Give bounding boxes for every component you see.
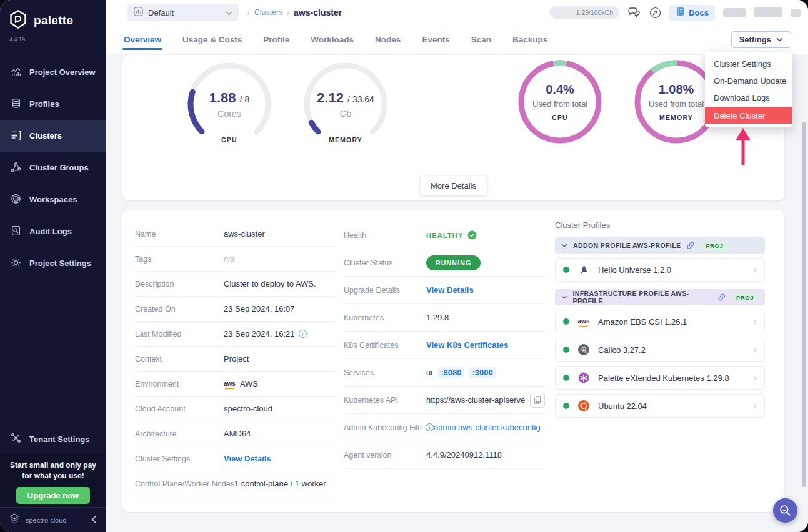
brand-name: spectro cloud [26,516,86,524]
service-port-link[interactable]: :3000 [469,367,495,378]
sidebar-item-cluster-groups[interactable]: Cluster Groups [0,152,106,184]
collapse-sidebar-icon[interactable] [91,515,98,525]
running-badge: RUNNING [426,255,481,270]
app-name: palette [34,14,73,27]
pack-name: Palette eXtended Kubernetes 1.29.8 [598,373,746,383]
detail-row-description: Description Cluster to deploy to AWS. [135,272,336,297]
ubuntu-icon [577,400,591,412]
settings-button[interactable]: Settings [731,31,791,48]
menu-item-download-logs[interactable]: Download Logs [705,89,792,106]
row-label: Architecture [135,430,224,438]
row-label: Services [344,368,426,377]
kubeconfig-download-link[interactable]: admin.aws-cluster.kubeconfig [434,423,541,432]
chevron-down-icon [226,7,232,18]
status-dot [563,318,569,325]
row-label: Kubernetes [344,313,426,322]
sidebar-item-profiles[interactable]: Profiles [0,88,106,120]
tab-scan[interactable]: Scan [470,26,492,53]
upgrade-now-button[interactable]: Upgrade now [16,487,90,504]
sidebar-item-audit-logs[interactable]: Audit Logs [0,215,106,247]
search-widget-button[interactable] [773,498,797,523]
row-label: Tags [135,255,224,264]
tab-nodes[interactable]: Nodes [374,26,402,53]
sidebar-item-project-overview[interactable]: Project Overview [0,56,106,88]
sidebar-item-label: Tenant Settings [29,435,90,444]
profile-pack-palette-extended-kubernetes[interactable]: Palette eXtended Kubernetes 1.29.8 [555,366,765,390]
pack-name: Amazon EBS CSI 1.26.1 [598,317,746,327]
proj-badge: PROJ [701,240,728,250]
more-details-button[interactable]: More Details [420,176,487,195]
docs-button[interactable]: Docs [669,5,715,21]
cluster-profiles-title: Cluster Profiles [555,220,765,230]
chevron-right-icon [754,373,757,383]
cpu-gauge: 1.88 / 8 Cores CPU [182,57,276,151]
tab-backups[interactable]: Backups [511,26,549,53]
detail-row-nodes: Control Plane/Worker Nodes 1 control-pla… [135,471,336,496]
sidebar-item-project-settings[interactable]: Project Settings [0,247,106,279]
info-icon[interactable] [299,330,307,338]
main-area: Default / Clusters / aws-cluster 1.29/10… [106,0,808,532]
status-dot [563,403,569,409]
detail-row-name: Name aws-cluster [135,222,336,247]
upgrade-view-details-link[interactable]: View Details [426,285,474,295]
redacted-account-info [754,7,782,17]
cpu-unit: Cores [182,109,276,119]
cluster-settings-view-details-link[interactable]: View Details [224,454,271,463]
row-label: K8s Certificates [344,341,426,350]
tenant-settings-icon [11,433,21,445]
row-label: Cluster Settings [135,455,224,463]
status-row-kubernetes-api: Kubernetes API https://aws-cluster-apise… [344,387,545,414]
memory-gauge: 2.12 / 33.64 Gb MEMORY [299,57,392,151]
row-label: Cluster Status [344,259,426,267]
menu-item-delete-cluster[interactable]: Delete Cluster [705,107,792,124]
tab-workloads[interactable]: Workloads [309,26,355,53]
sidebar-item-label: Profiles [29,99,59,109]
project-overview-icon [11,66,21,79]
status-row-k8s-certificates: K8s Certificates View K8s Certificates [344,332,545,359]
menu-item-on-demand-update[interactable]: On-Demand Update [705,72,792,89]
tab-overview[interactable]: Overview [122,26,162,53]
calico-icon [577,343,591,356]
info-icon[interactable] [426,423,434,431]
profile-pack-amazon-ebs-csi[interactable]: aws Amazon EBS CSI 1.26.1 [555,310,765,333]
tab-usage-costs[interactable]: Usage & Costs [181,26,243,53]
row-value: spectro-cloud [224,404,272,413]
row-label: Cloud Account [135,405,224,413]
chat-icon[interactable] [627,7,641,18]
addon-profile-header[interactable]: ADDON PROFILE AWS-PROFILE PROJ [555,237,765,254]
row-label: Upgrade Details [344,286,426,295]
breadcrumb-current: aws-cluster [294,7,342,17]
profile-pack-hello-universe[interactable]: Hello Universe 1.2.0 [555,258,765,282]
tab-profile[interactable]: Profile [262,26,291,53]
settings-dropdown-menu: Cluster Settings On-Demand Update Downlo… [705,52,792,127]
row-value: 1.29.8 [426,313,449,322]
row-label: Health [344,231,426,240]
app-frame: Default / Clusters / aws-cluster 1.29/10… [0,0,808,532]
utilization-card: 1.88 / 8 Cores CPU 2.12 / 33.64 Gb MEMOR… [122,55,784,200]
aws-icon: aws [224,381,236,387]
menu-item-cluster-settings[interactable]: Cluster Settings [705,56,792,72]
tab-events[interactable]: Events [421,26,451,53]
link-icon [686,241,695,250]
view-k8s-certificates-link[interactable]: View K8s Certificates [426,340,508,350]
profile-pack-ubuntu[interactable]: Ubuntu 22.04 [555,394,765,418]
infrastructure-profile-header[interactable]: INFRASTRUCTURE PROFILE AWS-PROFILE PROJ [555,289,765,305]
app-version: 4.4.19 [0,32,106,42]
profile-pack-calico[interactable]: Calico 3.27.2 [555,338,765,362]
sidebar-item-tenant-settings[interactable]: Tenant Settings [0,428,106,450]
project-selector[interactable]: Default [127,4,239,21]
vertical-scrollbar[interactable] [802,122,806,487]
detail-row-cloud-account: Cloud Account spectro-cloud [135,397,336,421]
settings-button-label: Settings [739,35,771,44]
sidebar-item-workspaces[interactable]: Workspaces [0,184,106,215]
copy-button[interactable] [530,393,545,408]
compass-icon[interactable] [649,7,661,19]
details-column: Name aws-cluster Tags n/a Description Cl… [135,222,336,496]
row-value: aws AWS [224,379,258,388]
breadcrumb-link-clusters[interactable]: Clusters [254,8,283,17]
spectro-cloud-logo-icon [8,513,21,528]
status-row-kubernetes: Kubernetes 1.29.8 [344,304,545,332]
sidebar-item-clusters[interactable]: Clusters [0,120,106,152]
service-port-link[interactable]: :8080 [438,367,464,378]
status-row-agent-version: Agent version 4.4.9/20240912.1118 [344,441,545,469]
